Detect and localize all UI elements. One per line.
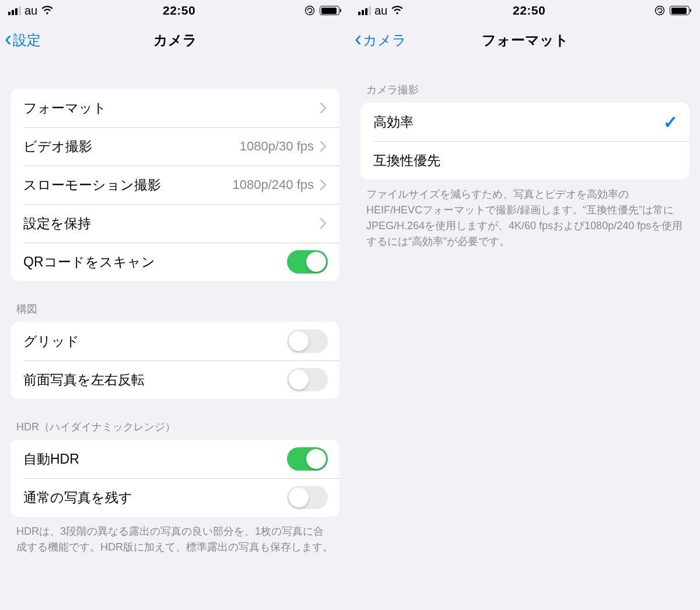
row-value: 1080p/30 fps [240,139,314,154]
group-composition: グリッド 前面写真を左右反転 [10,322,340,399]
page-title: カメラ [153,31,197,50]
qr-toggle[interactable] [287,250,328,274]
clock-time: 22:50 [163,3,195,17]
row-label: スローモーション撮影 [23,176,233,194]
row-grid: グリッド [10,322,340,360]
back-label: 設定 [13,31,41,50]
row-slomo[interactable]: スローモーション撮影 1080p/240 fps [10,166,340,204]
section-header-capture: カメラ撮影 [350,83,700,103]
battery-icon [670,6,690,15]
row-label: グリッド [23,332,287,350]
phone-format-settings: au 22:50 ‹ カメラ フォーマット カメラ撮影 高効率 ✓ [350,0,700,610]
section-header-composition: 構図 [0,302,350,322]
hdr-footer-text: HDRは、3段階の異なる露出の写真の良い部分を、1枚の写真に合成する機能です。H… [0,524,350,555]
row-label: 高効率 [373,113,663,131]
grid-toggle[interactable] [287,329,328,353]
row-preserve-settings[interactable]: 設定を保持 [10,204,340,243]
row-label: フォーマット [23,99,320,117]
row-high-efficiency[interactable]: 高効率 ✓ [360,103,690,141]
row-format[interactable]: フォーマット [10,89,340,127]
row-label: 自動HDR [23,450,287,468]
carrier-label: au [24,4,37,17]
row-label: ビデオ撮影 [23,138,240,156]
chevron-right-icon [320,140,328,153]
row-video[interactable]: ビデオ撮影 1080p/30 fps [10,127,340,166]
carrier-label: au [374,4,387,17]
battery-icon [320,6,340,15]
group-main: フォーマット ビデオ撮影 1080p/30 fps スローモーション撮影 108… [10,89,340,281]
orientation-lock-icon [654,5,665,16]
row-qr-scan: QRコードをスキャン [10,243,340,281]
wifi-icon [41,6,54,15]
keep-normal-toggle[interactable] [287,486,328,509]
row-mirror-front: 前面写真を左右反転 [10,360,340,399]
clock-time: 22:50 [513,3,545,17]
row-auto-hdr: 自動HDR [10,440,340,478]
wifi-icon [391,6,404,15]
checkmark-icon: ✓ [663,112,678,132]
row-label: 通常の写真を残す [23,489,287,507]
nav-bar: ‹ カメラ フォーマット [350,21,700,59]
status-bar: au 22:50 [350,0,700,21]
page-title: フォーマット [482,31,569,50]
row-label: QRコードをスキャン [23,253,287,271]
chevron-right-icon [320,217,328,230]
orientation-lock-icon [304,5,315,16]
auto-hdr-toggle[interactable] [287,447,328,471]
format-footer-text: ファイルサイズを減らすため、写真とビデオを高効率のHEIF/HEVCフォーマット… [350,187,700,250]
row-label: 前面写真を左右反転 [23,371,287,389]
row-value: 1080p/240 fps [233,177,314,192]
back-label: カメラ [363,31,407,50]
status-bar: au 22:50 [0,0,350,21]
cellular-signal-icon [358,6,371,15]
row-label: 互換性優先 [373,152,678,170]
group-hdr: 自動HDR 通常の写真を残す [10,440,340,517]
svg-point-1 [656,6,664,15]
chevron-right-icon [320,101,328,114]
row-most-compatible[interactable]: 互換性優先 [360,141,690,180]
chevron-right-icon [320,178,328,191]
section-header-hdr: HDR（ハイダイナミックレンジ） [0,420,350,440]
row-keep-normal: 通常の写真を残す [10,478,340,517]
svg-point-0 [306,6,314,15]
group-capture-format: 高効率 ✓ 互換性優先 [360,103,690,180]
back-button[interactable]: ‹ 設定 [5,21,41,59]
row-label: 設定を保持 [23,215,320,233]
cellular-signal-icon [8,6,21,15]
mirror-toggle[interactable] [287,368,328,391]
back-button[interactable]: ‹ カメラ [355,21,407,59]
phone-camera-settings: au 22:50 ‹ 設定 カメラ フォーマット ビデオ撮影 [0,0,350,610]
nav-bar: ‹ 設定 カメラ [0,21,350,59]
